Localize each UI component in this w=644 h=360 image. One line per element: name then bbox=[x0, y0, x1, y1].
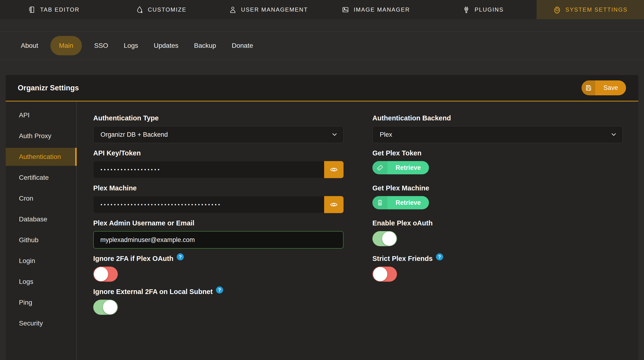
plug-icon bbox=[462, 6, 470, 14]
authentication-backend-label: Authentication Backend bbox=[372, 114, 623, 122]
id-badge-icon bbox=[372, 196, 388, 209]
save-button[interactable]: Save bbox=[582, 80, 626, 95]
nav-item-label: PLUGINS bbox=[474, 6, 504, 13]
authentication-type-select[interactable]: Organizr DB + Backend bbox=[93, 126, 344, 143]
settings-tabs: About Main SSO Logs Updates Backup Donat… bbox=[0, 32, 644, 60]
enable-plex-oauth-toggle[interactable] bbox=[372, 231, 397, 246]
field-enable-plex-oauth: Enable Plex oAuth bbox=[372, 219, 623, 246]
sidebar-item-logs[interactable]: Logs bbox=[6, 273, 76, 291]
ignore-2fa-toggle[interactable] bbox=[93, 266, 118, 282]
sidebar-item-api[interactable]: API bbox=[6, 106, 76, 124]
field-strict-plex-friends: Strict Plex Friends ? bbox=[372, 254, 623, 282]
floppy-disk-icon bbox=[582, 80, 595, 95]
tab-updates[interactable]: Updates bbox=[154, 36, 178, 55]
sidebar-item-authentication[interactable]: Authentication bbox=[6, 148, 77, 166]
field-authentication-backend: Authentication Backend Plex bbox=[372, 114, 623, 143]
sidebar-item-github[interactable]: Github bbox=[6, 231, 76, 249]
nav-item-label: TAB EDITOR bbox=[40, 6, 80, 13]
ignore-external-2fa-label: Ignore External 2FA on Local Subnet bbox=[93, 288, 213, 296]
toggle-knob bbox=[382, 232, 396, 246]
top-nav: TAB EDITOR CUSTOMIZE USER MANAGEMENT IMA… bbox=[0, 0, 644, 19]
field-plex-machine: Plex Machine bbox=[93, 184, 344, 213]
toggle-knob bbox=[94, 267, 108, 281]
authentication-type-label: Authentication Type bbox=[93, 114, 344, 122]
image-icon bbox=[342, 6, 350, 14]
eye-icon bbox=[330, 202, 338, 207]
save-button-label: Save bbox=[595, 80, 626, 95]
nav-item-system-settings[interactable]: SYSTEM SETTINGS bbox=[536, 0, 644, 19]
tab-sso[interactable]: SSO bbox=[94, 36, 108, 55]
plex-admin-label: Plex Admin Username or Email bbox=[93, 219, 344, 227]
eye-icon bbox=[330, 167, 338, 172]
tab-logs[interactable]: Logs bbox=[124, 36, 138, 55]
field-get-plex-token: Get Plex Token Retrieve bbox=[372, 149, 623, 174]
authentication-backend-select[interactable]: Plex bbox=[372, 126, 623, 143]
panel-header: Organizr Settings Save bbox=[6, 75, 638, 102]
nav-item-label: SYSTEM SETTINGS bbox=[566, 6, 628, 13]
enable-plex-oauth-label: Enable Plex oAuth bbox=[372, 219, 623, 227]
plex-machine-input[interactable] bbox=[93, 196, 324, 213]
reveal-plex-machine-button[interactable] bbox=[324, 196, 344, 213]
authentication-form: Authentication Type Organizr DB + Backen… bbox=[77, 102, 638, 360]
nav-item-label: CUSTOMIZE bbox=[148, 6, 186, 13]
sidebar-item-cron[interactable]: Cron bbox=[6, 190, 76, 208]
retrieve-plex-machine-button[interactable]: Retrieve bbox=[372, 196, 429, 209]
ticket-icon bbox=[372, 161, 388, 174]
help-icon[interactable]: ? bbox=[436, 253, 443, 260]
field-ignore-2fa: Ignore 2FA if Plex OAuth ? bbox=[93, 254, 344, 282]
help-icon[interactable]: ? bbox=[216, 286, 223, 294]
sidebar-item-login[interactable]: Login bbox=[6, 252, 76, 270]
tab-donate[interactable]: Donate bbox=[232, 36, 253, 55]
toggle-knob bbox=[373, 267, 387, 281]
field-api-key-token: API Key/Token bbox=[93, 149, 344, 178]
api-key-token-label: API Key/Token bbox=[93, 149, 344, 157]
nav-item-label: USER MANAGEMENT bbox=[241, 6, 308, 13]
retrieve-button-label: Retrieve bbox=[388, 161, 429, 174]
toggle-knob bbox=[103, 300, 117, 314]
field-authentication-type: Authentication Type Organizr DB + Backen… bbox=[93, 114, 344, 143]
tab-editor-icon bbox=[28, 6, 36, 14]
nav-item-user-management[interactable]: USER MANAGEMENT bbox=[214, 0, 322, 19]
field-plex-admin: Plex Admin Username or Email bbox=[93, 219, 344, 248]
user-icon bbox=[229, 6, 237, 14]
page-title: Organizr Settings bbox=[18, 84, 79, 92]
settings-panel: Organizr Settings Save API Auth Proxy Au… bbox=[6, 75, 638, 360]
sidebar-item-database[interactable]: Database bbox=[6, 210, 76, 228]
tab-main[interactable]: Main bbox=[50, 36, 82, 55]
sidebar-item-certificate[interactable]: Certificate bbox=[6, 169, 76, 186]
field-get-plex-machine: Get Plex Machine Retrieve bbox=[372, 184, 623, 209]
retrieve-button-label: Retrieve bbox=[388, 196, 429, 209]
nav-item-plugins[interactable]: PLUGINS bbox=[430, 0, 537, 19]
gear-icon bbox=[553, 6, 561, 14]
nav-item-customize[interactable]: CUSTOMIZE bbox=[108, 0, 215, 19]
panel-body: API Auth Proxy Authentication Certificat… bbox=[6, 102, 638, 360]
nav-item-label: IMAGE MANAGER bbox=[354, 6, 410, 13]
strict-plex-friends-label: Strict Plex Friends bbox=[372, 254, 433, 263]
strict-plex-friends-toggle[interactable] bbox=[372, 266, 397, 282]
sidebar-item-auth-proxy[interactable]: Auth Proxy bbox=[6, 127, 76, 145]
plex-machine-label: Plex Machine bbox=[93, 184, 344, 192]
reveal-api-key-button[interactable] bbox=[324, 161, 344, 178]
tab-about[interactable]: About bbox=[21, 36, 38, 55]
settings-sidebar: API Auth Proxy Authentication Certificat… bbox=[6, 102, 77, 360]
nav-item-tab-editor[interactable]: TAB EDITOR bbox=[0, 0, 108, 19]
ignore-external-2fa-toggle[interactable] bbox=[93, 300, 118, 315]
sidebar-item-security[interactable]: Security bbox=[6, 314, 76, 332]
nav-item-image-manager[interactable]: IMAGE MANAGER bbox=[322, 0, 430, 19]
api-key-token-input[interactable] bbox=[93, 161, 324, 178]
ignore-2fa-label: Ignore 2FA if Plex OAuth bbox=[93, 254, 174, 263]
sidebar-item-ping[interactable]: Ping bbox=[6, 294, 76, 312]
retrieve-plex-token-button[interactable]: Retrieve bbox=[372, 161, 429, 174]
get-plex-machine-label: Get Plex Machine bbox=[372, 184, 623, 192]
help-icon[interactable]: ? bbox=[177, 253, 184, 260]
tab-backup[interactable]: Backup bbox=[194, 36, 216, 55]
field-ignore-external-2fa: Ignore External 2FA on Local Subnet ? bbox=[93, 288, 344, 315]
get-plex-token-label: Get Plex Token bbox=[372, 149, 623, 157]
plex-admin-input[interactable] bbox=[93, 231, 344, 248]
customize-drop-icon bbox=[136, 6, 144, 14]
